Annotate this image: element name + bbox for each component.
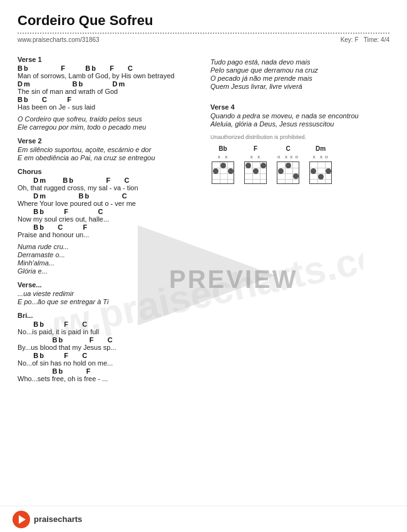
- page: Cordeiro Que Sofreu www.praisecharts.com…: [0, 0, 407, 532]
- url-key-row: www.praisecharts.com/31863 Key: F Time: …: [18, 36, 389, 43]
- verse3-heading: Verse...: [18, 281, 199, 289]
- chord-c-label: C: [286, 145, 290, 152]
- verse1-chord3: Bb C F: [18, 96, 199, 103]
- bridge-lyric3: No...of sin has no hold on me...: [18, 359, 199, 367]
- chord-diagrams-area: Bb x x: [210, 145, 389, 184]
- chord-bb: Bb x x: [210, 145, 235, 184]
- right-lyric1: Tudo pago está, nada devo mais: [210, 58, 389, 66]
- key-time-label: Key: F Time: 4/4: [341, 36, 389, 43]
- chord-c-dots: o x x o: [276, 154, 301, 160]
- dotted-divider: [18, 33, 389, 34]
- chord-dm: Dm x x o: [308, 145, 333, 184]
- bridge-block: Bri... Bb F C No...is paid, it is paid i…: [18, 312, 199, 382]
- page-title: Cordeiro Que Sofreu: [18, 13, 389, 29]
- play-button[interactable]: [13, 511, 30, 528]
- chorus-chord3: Bb F C: [18, 208, 199, 215]
- fade-overlay: [0, 431, 407, 506]
- unauthorized-text: Unauthorized distribution is prohibited.: [210, 134, 389, 140]
- chord-f-grid: [244, 161, 267, 184]
- chorus-block: Chorus Dm Bb F C Oh, that rugged cross, …: [18, 168, 199, 275]
- chorus-italian2: Derramaste o...: [18, 251, 199, 258]
- right-lyric2: Pelo sangue que derramou na cruz: [210, 66, 389, 74]
- verse4-lyric2: Aleluia, glória a Deus, Jesus ressuscito…: [210, 120, 389, 128]
- chorus-lyric3: Now my soul cries out, halle...: [18, 215, 199, 223]
- chord-bb-grid: [212, 161, 234, 184]
- bridge-chord2: Bb F C: [18, 336, 199, 344]
- verse4-lyric1: Quando a pedra se moveu, e nada se encon…: [210, 112, 389, 120]
- right-lyric4: Quem Jesus livrar, livre viverá: [210, 83, 389, 90]
- verse2-lyric2: E em obediência ao Pai, na cruz se entre…: [18, 154, 199, 161]
- chorus-italian1: Numa rude cru...: [18, 243, 199, 250]
- verse4-heading: Verse 4: [210, 103, 389, 111]
- verse2-block: Verse 2 Em silêncio suportou, açoite, es…: [18, 137, 199, 161]
- chorus-lyric4: Praise and honour un...: [18, 231, 199, 238]
- chorus-heading: Chorus: [18, 168, 199, 175]
- chorus-chord2: Dm Bb C: [18, 192, 199, 200]
- chord-bb-dots: x x: [210, 154, 235, 160]
- verse1-italian1: O Cordeiro que sofreu, traído pelos seus: [18, 115, 199, 123]
- bridge-chord4: Bb F: [18, 367, 199, 375]
- bridge-lyric4: Who...sets free, oh is free - ...: [18, 375, 199, 382]
- bottom-bar: praisecharts: [0, 506, 407, 532]
- chord-c-grid: [277, 161, 299, 184]
- content-columns: Verse 1 Bb F Bb F C Man of sorrows, Lamb…: [18, 49, 389, 386]
- verse1-italian2: Ele carregou por mim, todo o pecado meu: [18, 123, 199, 131]
- chorus-italian4: Glória e...: [18, 267, 199, 275]
- chorus-chord1: Dm Bb F C: [18, 176, 199, 184]
- chord-bb-label: Bb: [219, 145, 227, 152]
- chord-f-dots: x x: [243, 154, 268, 160]
- chord-f: F x x: [243, 145, 268, 184]
- chord-f-label: F: [254, 145, 257, 152]
- left-column: Verse 1 Bb F Bb F C Man of sorrows, Lamb…: [18, 49, 199, 386]
- bridge-chord3: Bb F C: [18, 352, 199, 359]
- verse3-block: Verse... ...ua vieste redimir E po...ão …: [18, 281, 199, 305]
- verse3-lyric2: E po...ão que se entregar à Ti: [18, 298, 199, 305]
- right-lyric3: O pecado já não me prende mais: [210, 74, 389, 82]
- chord-dm-grid: [309, 161, 332, 184]
- verse1-lyric1: Man of sorrows, Lamb of God, by His own …: [18, 72, 199, 79]
- verse2-heading: Verse 2: [18, 137, 199, 145]
- verse1-chord2: Dm Bb Dm: [18, 80, 199, 88]
- bridge-lyric2: By...us blood that my Jesus sp...: [18, 344, 199, 351]
- right-column: Tudo pago está, nada devo mais Pelo sang…: [210, 49, 389, 386]
- verse1-lyric3: Has been on Je - sus laid: [18, 103, 199, 111]
- verse1-chord1: Bb F Bb F C: [18, 64, 199, 72]
- logo-suffix: isecharts: [46, 514, 82, 524]
- chorus-chord4: Bb C F: [18, 223, 199, 231]
- chorus-lyric1: Oh, that rugged cross, my sal - va - tio…: [18, 184, 199, 192]
- bridge-lyric1: No...is paid, it is paid in full: [18, 328, 199, 335]
- url-label: www.praisecharts.com/31863: [18, 36, 100, 43]
- chord-dm-dots: x x o: [308, 154, 333, 160]
- verse1-lyric2: The sin of man and wrath of God: [18, 88, 199, 95]
- verse1-heading: Verse 1: [18, 56, 199, 63]
- bottom-logo: praisecharts: [34, 514, 82, 524]
- chord-dm-label: Dm: [316, 145, 326, 152]
- chord-c: C o x x o: [276, 145, 301, 184]
- chorus-italian3: Minh'alma...: [18, 259, 199, 267]
- bridge-heading: Bri...: [18, 312, 199, 319]
- logo-prefix: pra: [34, 514, 46, 524]
- bridge-chord1: Bb F C: [18, 320, 199, 328]
- verse2-lyric1: Em silêncio suportou, açoite, escárnio e…: [18, 146, 199, 153]
- verse1-block: Verse 1 Bb F Bb F C Man of sorrows, Lamb…: [18, 56, 199, 131]
- verse3-lyric1: ...ua vieste redimir: [18, 290, 199, 297]
- chorus-lyric2: Where Your love poured out o - ver me: [18, 200, 199, 207]
